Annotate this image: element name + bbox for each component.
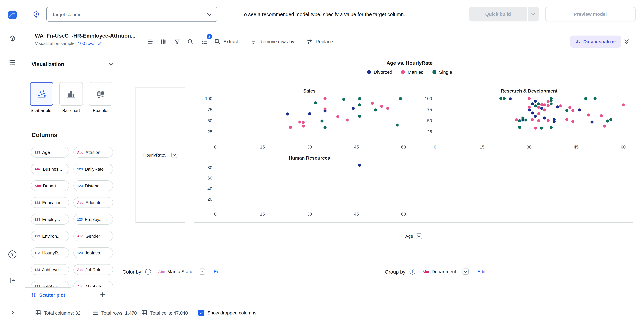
column-chip[interactable]: 123Education [31,197,69,208]
preview-model-button[interactable]: Preview model [545,7,636,21]
filter-icon[interactable] [172,36,182,47]
chevron-down-icon[interactable] [172,152,178,158]
legend-item[interactable]: Single [432,69,452,75]
data-point [380,105,383,108]
x-axis-value: Age [405,234,413,239]
info-icon[interactable]: i [145,269,151,274]
data-point [537,102,540,105]
datasets-icon[interactable] [7,57,18,68]
quick-build-label[interactable]: Quick build [469,7,527,21]
canvas-logo-icon[interactable] [7,9,18,20]
legend-item[interactable]: Married [401,69,424,75]
column-chip[interactable]: 123JobInvo... [74,247,113,258]
column-chip[interactable]: 123Distanc... [74,180,113,191]
x-tick-label: 15 [260,212,265,217]
bar-chart-icon [66,89,76,99]
chart-type-bar[interactable]: Bar chart [59,82,83,113]
add-tab-button[interactable] [99,291,106,298]
column-chip[interactable]: 123JobLevel [31,264,69,275]
chart-type-scatter[interactable]: Scatter plot [30,82,53,113]
color-by-edit-link[interactable]: Edit [214,269,222,274]
column-chip-label: Employ... [85,217,102,222]
view-rows-icon[interactable] [144,36,155,47]
columns-title: Columns [32,132,57,139]
help-icon[interactable]: ? [8,250,16,259]
chart-type-label: Bar chart [59,108,83,113]
column-chip[interactable]: 123Age [31,147,69,158]
x-tick-label: 15 [260,144,265,150]
show-dropped-checkbox[interactable] [198,310,204,316]
group-by-edit-link[interactable]: Edit [478,269,486,274]
data-point [540,103,543,106]
info-icon[interactable]: i [410,269,415,274]
x-axis-drop-zone[interactable]: Age [194,222,633,250]
y-tick-label: 75 [208,107,212,112]
x-tick-label: 30 [527,144,532,150]
extract-button[interactable]: Extract [214,36,238,47]
top-bar: Target column To see a recommended model… [25,0,644,28]
search-icon[interactable] [185,36,196,47]
legend-item[interactable]: Divorced [367,69,392,75]
replace-label: Replace [316,39,333,44]
tab-scatter-plot[interactable]: Scatter plot [25,287,71,302]
y-tick-label: 75 [427,107,432,112]
data-visualizer-button[interactable]: Data visualizer [570,35,621,48]
column-chip[interactable]: AbcMaritalS... [74,281,113,287]
column-chip[interactable]: AbcAttrition [74,147,113,158]
collapse-chevron-icon[interactable] [109,63,113,66]
y-axis-drop-zone[interactable]: HourlyRate... [136,87,185,223]
column-chip[interactable]: AbcJobRole [74,264,113,275]
y-tick-label: 40 [208,186,212,191]
y-axis-select[interactable]: HourlyRate... [143,152,178,158]
sample-rows-value[interactable]: 100 rows [78,41,96,46]
data-point [324,108,327,111]
view-columns-icon[interactable] [158,36,169,47]
chart-type-box[interactable]: Box plot [89,82,112,113]
target-column-select[interactable]: Target column [46,7,217,22]
x-tick-label: 30 [307,144,312,150]
data-point [537,119,540,122]
type-badge: Abc [77,201,84,204]
quick-build-dropdown[interactable] [527,7,539,21]
x-axis-select[interactable]: Age [405,233,422,239]
data-point [572,109,574,112]
column-chip[interactable]: 123Environ... [31,231,69,241]
subplot-title: Sales [215,88,404,94]
column-chip[interactable]: 123JobSati... [31,281,69,287]
steps-list-icon[interactable]: 3 [199,36,210,47]
column-chip[interactable]: 123DailyRate [74,164,113,174]
legend-label: Married [408,69,424,75]
scatter-tab-icon [31,292,36,298]
models-icon[interactable] [7,33,18,44]
group-by-select[interactable]: Abc Department... [422,269,468,275]
chevron-down-icon[interactable] [416,233,422,239]
chevron-down-icon[interactable] [463,269,469,275]
logout-icon[interactable] [7,275,18,286]
remove-rows-button[interactable]: Remove rows by [250,36,294,47]
model-hint-text: To see a recommended model type, specify… [242,0,405,28]
column-chip[interactable]: 123Employ... [74,214,113,225]
edit-pencil-icon[interactable] [98,41,102,46]
total-columns: Total columns: 32 [35,310,80,316]
total-rows: Total rows: 1,470 [92,310,137,316]
column-chip[interactable]: AbcBusines... [31,164,69,174]
collapse-double-chevron-icon[interactable] [624,38,629,44]
replace-button[interactable]: Replace [306,36,333,47]
column-chip[interactable]: AbcDepart... [31,180,69,191]
column-chip-label: HourlyR... [42,250,62,255]
x-tick-label: 0 [214,212,216,217]
data-point [286,112,289,115]
show-dropped-label[interactable]: Show dropped columns [207,310,256,316]
grid-icon [35,310,41,316]
type-badge: Abc [34,167,41,171]
chevron-down-icon[interactable] [199,269,205,275]
column-chip[interactable]: 123Employ... [31,214,69,225]
column-chip[interactable]: 123HourlyR... [31,247,69,258]
quick-build-button[interactable]: Quick build [469,7,539,21]
color-by-select[interactable]: Abc MaritalStatu... [158,269,205,275]
data-point [515,118,518,121]
column-chip[interactable]: AbcGender [74,231,113,241]
expand-rail-chevron-icon[interactable] [7,307,18,318]
chevron-down-icon [531,13,535,15]
column-chip[interactable]: AbcEducati... [74,197,113,208]
